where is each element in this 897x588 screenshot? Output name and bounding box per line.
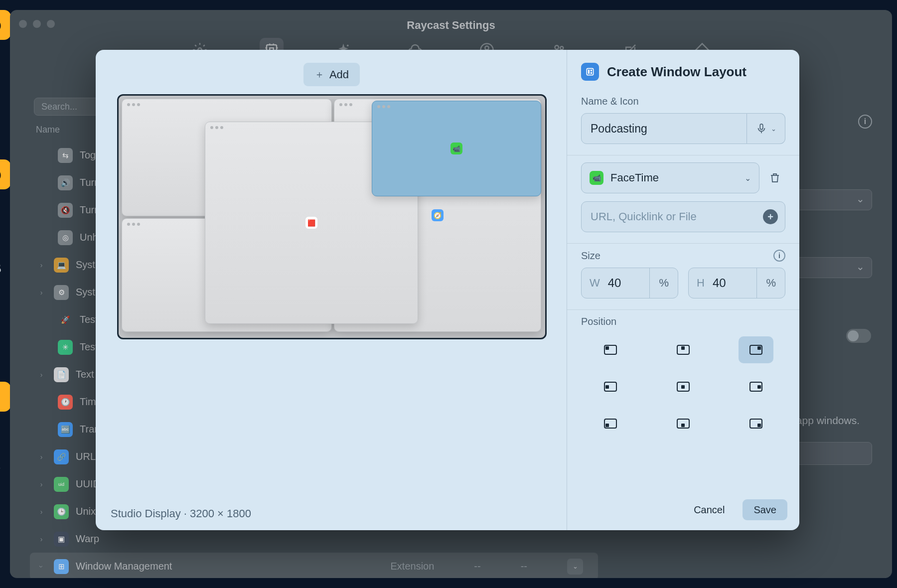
facetime-icon: 📹 [590, 171, 603, 185]
svg-rect-13 [760, 124, 763, 130]
position-mid-right[interactable] [739, 373, 773, 400]
panel-title: Create Window Layout [607, 64, 747, 80]
toggle-switch[interactable] [846, 329, 871, 343]
chevron-down-icon[interactable]: ⌄ [567, 559, 583, 575]
position-bot-right[interactable] [739, 410, 773, 437]
section-label: Position [581, 316, 785, 327]
cancel-button[interactable]: Cancel [683, 499, 736, 520]
position-mid-center[interactable] [666, 373, 701, 400]
info-icon[interactable]: i [858, 115, 872, 129]
position-mid-left[interactable] [593, 373, 628, 400]
icon-picker[interactable]: ⌄ [747, 113, 785, 144]
display-info: Studio Display · 3200 × 1800 [111, 507, 251, 520]
svg-rect-9 [587, 68, 593, 75]
svg-rect-11 [591, 70, 592, 71]
app-icon: 🟥 [305, 217, 317, 229]
add-window-button[interactable]: ＋ Add [303, 63, 360, 86]
column-header-name: Name [36, 125, 60, 135]
position-bot-center[interactable] [666, 410, 701, 437]
svg-point-6 [485, 46, 489, 50]
svg-point-8 [560, 46, 563, 49]
section-label: Size [581, 250, 600, 262]
save-button[interactable]: Save [743, 499, 787, 520]
position-top-center[interactable] [666, 336, 701, 363]
svg-rect-12 [591, 72, 592, 74]
position-top-right[interactable] [739, 336, 773, 363]
height-input[interactable]: H 40 % [688, 268, 785, 298]
svg-rect-10 [588, 70, 590, 74]
list-item-selected[interactable]: › ⊞ Window Management Extension -- -- ⌄ [30, 553, 598, 578]
width-input[interactable]: W 40 % [581, 268, 678, 298]
info-icon[interactable]: i [773, 250, 785, 262]
facetime-icon: 📹 [450, 143, 462, 154]
position-bot-left[interactable] [593, 410, 628, 437]
layout-icon [581, 63, 599, 81]
layout-window-selected[interactable]: 📹 [372, 101, 541, 196]
window-title: Raycast Settings [10, 10, 892, 32]
svg-point-3 [347, 44, 349, 46]
add-url-button[interactable]: + [763, 209, 778, 224]
create-layout-modal: ＋ Add 🧭 🟥 📹 Studio Display · 3200 × 1800 [96, 50, 799, 530]
position-top-left[interactable] [593, 336, 628, 363]
delete-button[interactable] [764, 172, 785, 184]
layout-canvas[interactable]: 🧭 🟥 📹 [117, 94, 547, 339]
section-label: Name & Icon [581, 96, 785, 107]
url-input[interactable]: URL, Quicklink or File + [581, 201, 785, 232]
chevron-down-icon: ⌄ [745, 173, 751, 183]
app-select[interactable]: 📹 FaceTime ⌄ [581, 162, 759, 193]
svg-point-7 [555, 45, 559, 49]
plus-icon: ＋ [314, 68, 324, 81]
traffic-lights [19, 20, 55, 28]
layout-name-input[interactable] [581, 113, 747, 144]
safari-icon: 🧭 [432, 209, 444, 221]
